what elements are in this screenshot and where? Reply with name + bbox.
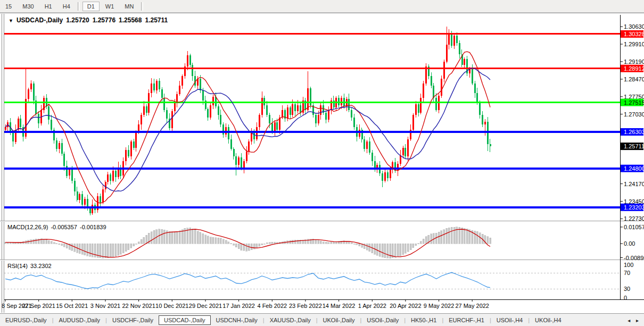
svg-text:22 Nov 2021: 22 Nov 2021 [122,303,155,309]
svg-text:0.00: 0.00 [624,240,635,247]
symbol-tab-eurchfh1[interactable]: EURCHF-,H1 [443,315,490,325]
symbol-tab-usoildaily[interactable]: USOil-,Daily [361,315,404,325]
svg-text:-0.00896: -0.00896 [624,255,644,261]
svg-text:1.22730: 1.22730 [624,215,644,222]
svg-text:1.25711: 1.25711 [624,143,644,149]
svg-text:23 Feb 2022: 23 Feb 2022 [289,303,322,309]
svg-text:1.24800: 1.24800 [624,165,644,172]
symbol-tab-xauusddaily[interactable]: XAUUSD-,Daily [265,315,316,325]
svg-text:1.24170: 1.24170 [624,181,644,187]
symbol-tab-eurusddaily[interactable]: EURUSD-,Daily [0,315,52,325]
chart-title-bar: ▼USDCAD-,Daily1.257201.257761.255681.257… [9,16,171,24]
svg-text:0.010578: 0.010578 [624,224,644,230]
svg-text:1.23450: 1.23450 [624,198,644,205]
symbol-tab-hk50h1[interactable]: HK50-,H1 [406,315,442,325]
svg-text:29 Dec 2021: 29 Dec 2021 [189,303,222,309]
svg-text:1.28470: 1.28470 [624,76,644,82]
symbol-tab-usdcnhdaily[interactable]: USDCNH-,Daily [211,315,263,325]
indicator-axis-labels[interactable]: 0.0105780.00-0.0089610070300 [620,224,644,301]
svg-text:20 Apr 2022: 20 Apr 2022 [390,303,421,309]
chart-symbol-label: USDCAD-,Daily [16,16,63,24]
rsi-indicator-label: RSI(14)33.2302 [7,263,54,269]
ohlc-low: 1.25568 [119,16,142,24]
svg-text:3 Nov 2021: 3 Nov 2021 [90,303,120,309]
svg-text:27 Sep 2021: 27 Sep 2021 [22,303,55,309]
macd-value-main: -0.005357 [51,224,77,230]
tab-scroll-arrows[interactable]: ◂ ▸ [628,317,644,323]
symbol-tab-ukoilh4[interactable]: UKOil-,H4 [530,315,567,325]
svg-text:1.30328: 1.30328 [624,31,644,37]
symbol-tab-usdcaddaily[interactable]: USDCAD-,Daily [159,315,211,325]
macd-signal-line [5,229,490,257]
svg-text:100: 100 [624,262,633,268]
rsi-line [5,272,490,289]
svg-text:1.29190: 1.29190 [624,58,644,65]
macd-value-signal: -0.001839 [80,224,106,230]
svg-text:1.23203: 1.23203 [624,204,644,211]
svg-text:4 Feb 2022: 4 Feb 2022 [257,303,287,309]
date-axis[interactable]: 8 Sep 202127 Sep 202115 Oct 20213 Nov 20… [2,299,489,309]
macd-histogram [5,227,491,258]
rsi-value: 33.2302 [30,263,52,269]
symbol-tab-audusddaily[interactable]: AUDUSD-,Daily [53,315,105,325]
svg-text:14 Mar 2022: 14 Mar 2022 [323,303,356,309]
macd-indicator-label: MACD(12,26,9)-0.005357-0.001839 [7,224,109,230]
horizontal-level-lines[interactable] [4,34,620,207]
ma-slow-line [5,68,490,191]
svg-text:1 Apr 2022: 1 Apr 2022 [358,303,386,309]
symbol-tab-usoilh4[interactable]: USOil-,H4 [491,315,529,325]
svg-text:17 Jan 2022: 17 Jan 2022 [222,303,255,309]
svg-text:1.27515: 1.27515 [624,99,644,106]
svg-text:1.29910: 1.29910 [624,41,644,47]
ohlc-open: 1.25720 [66,16,89,24]
ohlc-high: 1.25776 [93,16,115,24]
rsi-level-gridlines [4,273,620,289]
svg-text:1.28912: 1.28912 [624,65,644,72]
candlestick-series [5,27,491,215]
svg-text:10 Dec 2021: 10 Dec 2021 [155,303,188,309]
svg-text:70: 70 [624,270,630,276]
svg-text:9 May 2022: 9 May 2022 [424,303,454,309]
svg-text:1.27030: 1.27030 [624,111,644,118]
ma-fast-line [5,52,490,203]
svg-text:15 Oct 2021: 15 Oct 2021 [56,303,88,309]
svg-text:1.30630: 1.30630 [624,23,644,30]
ohlc-close: 1.25711 [145,16,168,24]
symbol-tab-usdchfdaily[interactable]: USDCHF-,Daily [107,315,159,325]
price-axis-ticks[interactable]: 1.306301.299101.291901.284701.277501.270… [620,23,644,222]
window-menu-icon[interactable]: ▼ [9,18,13,23]
symbol-tab-ukoildaily[interactable]: UKOil-,Daily [318,315,360,325]
svg-text:0: 0 [624,295,627,301]
symbol-tab-bar: EURUSD-,Daily|AUDUSD-,Daily|USDCHF-,Dail… [0,313,644,326]
svg-text:27 May 2022: 27 May 2022 [455,303,489,309]
svg-text:1.26303: 1.26303 [624,129,644,135]
trading-platform-window: 15M30H1H4D1W1MN 1.306301.299101.291901.2… [0,0,644,326]
svg-text:30: 30 [624,286,630,292]
chart-canvas[interactable]: 1.306301.299101.291901.284701.277501.270… [0,0,644,326]
